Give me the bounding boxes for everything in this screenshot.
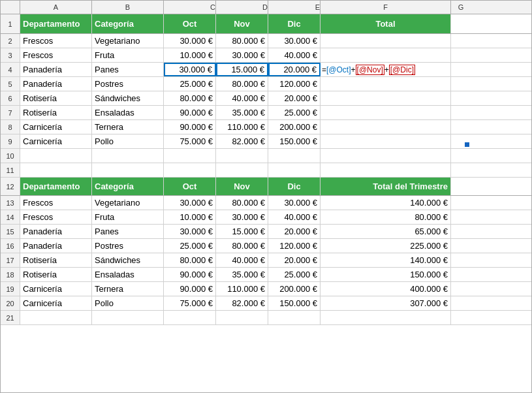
cell-4e[interactable]: 20.000 € (268, 63, 321, 76)
cell-15g (451, 225, 471, 238)
cell-11e (268, 163, 321, 177)
cell-3e: 40.000 € (268, 48, 321, 62)
cell-6e: 20.000 € (268, 91, 321, 105)
row-15: 15 Panadería Panes 30.000 € 15.000 € 20.… (1, 225, 531, 239)
cell-8f (321, 120, 451, 134)
cell-5a: Panadería (20, 77, 92, 91)
cell-11d (216, 163, 268, 177)
cell-10c (164, 149, 216, 163)
cell-3d: 30.000 € (216, 48, 268, 62)
cell-4d[interactable]: 15.000 € (216, 63, 268, 76)
formula-dic-bracket: [@Dic] (389, 65, 415, 75)
cell-13b: Vegetariano (92, 196, 164, 210)
cell-13f: 140.000 € (321, 196, 451, 210)
cell-5g (451, 77, 471, 91)
cell-6g (451, 91, 471, 105)
cell-3g (451, 48, 471, 62)
cell-3c: 10.000 € (164, 48, 216, 62)
cell-8g (451, 120, 471, 134)
cell-9f (321, 134, 451, 148)
row-7: 7 Rotisería Ensaladas 90.000 € 35.000 € … (1, 106, 531, 120)
col-header-b: B (92, 1, 164, 14)
cell-10a (20, 149, 92, 163)
cell-18g (451, 268, 471, 281)
cell-15b: Panes (92, 225, 164, 238)
cell-7a: Rotisería (20, 106, 92, 119)
cell-2d: 80.000 € (216, 34, 268, 48)
cell-18f: 150.000 € (321, 268, 451, 281)
cell-7e: 25.000 € (268, 106, 321, 119)
cell-20g (451, 296, 471, 310)
cell-17f: 140.000 € (321, 253, 451, 267)
row-10: 10 (1, 149, 531, 163)
cell-19b: Ternera (92, 282, 164, 296)
cell-14f: 80.000 € (321, 210, 451, 224)
header2-categoria: Categoría (92, 178, 164, 195)
header2-dic: Dic (268, 178, 321, 195)
cell-3a: Frescos (20, 48, 92, 62)
cell-18a: Rotisería (20, 268, 92, 281)
cell-13c: 30.000 € (164, 196, 216, 210)
row-11: 11 (1, 163, 531, 178)
cell-15a: Panadería (20, 225, 92, 238)
header1-categoria: Categoría (92, 14, 164, 33)
cell-7c: 90.000 € (164, 106, 216, 119)
cell-4c[interactable]: 30.000 € (164, 63, 216, 76)
row-16: 16 Panadería Postres 25.000 € 80.000 € 1… (1, 239, 531, 253)
cell-9b: Pollo (92, 134, 164, 148)
row-num-10: 10 (1, 149, 20, 163)
cell-17g (451, 253, 471, 267)
cell-16c: 25.000 € (164, 239, 216, 253)
row-8: 8 Carnicería Ternera 90.000 € 110.000 € … (1, 120, 531, 134)
cell-9e: 150.000 € (268, 134, 321, 148)
cell-10f (321, 149, 451, 163)
cell-8e: 200.000 € (268, 120, 321, 134)
formula-nov-bracket: [@Nov] (356, 65, 384, 75)
cell-18e: 25.000 € (268, 268, 321, 281)
cell-17d: 40.000 € (216, 253, 268, 267)
cell-4g (451, 63, 471, 76)
cell-2e: 30.000 € (268, 34, 321, 48)
row-5: 5 Panadería Postres 25.000 € 80.000 € 12… (1, 77, 531, 91)
formula-plus2: + (384, 65, 389, 74)
cell-20a: Carnicería (20, 296, 92, 310)
cell-11a (20, 163, 92, 177)
header2-total: Total del Trimestre (321, 178, 451, 195)
cell-19a: Carnicería (20, 282, 92, 296)
cell-8b: Ternera (92, 120, 164, 134)
cell-8a: Carnicería (20, 120, 92, 134)
cell-5d: 80.000 € (216, 77, 268, 91)
row-num-2: 2 (1, 34, 20, 48)
cell-15f: 65.000 € (321, 225, 451, 238)
cell-7g (451, 106, 471, 119)
row-19: 19 Carnicería Ternera 90.000 € 110.000 €… (1, 282, 531, 296)
spreadsheet: A B C D E F G 1 Departamento Categoría O… (0, 0, 532, 393)
cell-12g (451, 178, 471, 195)
spreadsheet-body: 1 Departamento Categoría Oct Nov Dic Tot… (1, 14, 531, 392)
cell-10b (92, 149, 164, 163)
cell-6a: Rotisería (20, 91, 92, 105)
cell-4a: Panadería (20, 63, 92, 76)
cell-3b: Fruta (92, 48, 164, 62)
row-num-5: 5 (1, 77, 20, 91)
row-2: 2 Frescos Vegetariano 30.000 € 80.000 € … (1, 34, 531, 48)
cell-19f: 400.000 € (321, 282, 451, 296)
formula-oct-bracket: [@Oct] (326, 65, 351, 74)
cell-9a: Carnicería (20, 134, 92, 148)
header1-dic: Dic (268, 14, 321, 33)
row-num-13: 13 (1, 196, 20, 210)
cell-21g (451, 311, 471, 324)
header2-oct: Oct (164, 178, 216, 195)
row-num-4: 4 (1, 63, 20, 76)
col-header-d: D (216, 1, 268, 14)
row-num-1: 1 (1, 14, 20, 33)
cell-7d: 35.000 € (216, 106, 268, 119)
cell-10g (451, 149, 471, 163)
cell-2c: 30.000 € (164, 34, 216, 48)
cell-10e (268, 149, 321, 163)
row-num-11: 11 (1, 163, 20, 177)
cell-4b: Panes (92, 63, 164, 76)
row-14: 14 Frescos Fruta 10.000 € 30.000 € 40.00… (1, 210, 531, 225)
header2-nov: Nov (216, 178, 268, 195)
row-num-8: 8 (1, 120, 20, 134)
